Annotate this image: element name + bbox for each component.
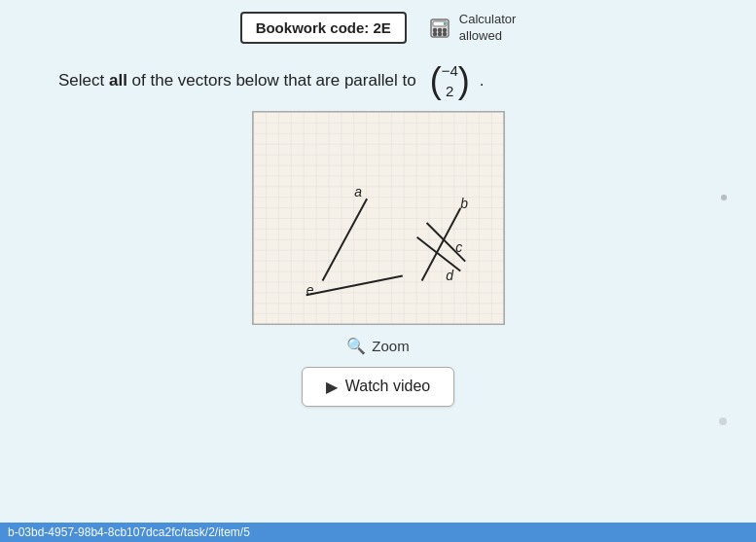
calculator-icon bbox=[426, 15, 453, 42]
watch-video-button[interactable]: ▶ Watch video bbox=[302, 367, 454, 407]
question-period: . bbox=[480, 68, 485, 93]
calculator-line1: Calculator bbox=[459, 12, 517, 28]
svg-text:c: c bbox=[455, 238, 462, 254]
graph-area: a b c d e 🔍 Zoom ▶ Watch video bbox=[0, 111, 756, 407]
vector-graph: a b c d e bbox=[253, 112, 504, 324]
right-paren: ) bbox=[458, 63, 470, 98]
svg-text:d: d bbox=[446, 268, 454, 283]
url-bar: b-03bd-4957-98b4-8cb107dca2fc/task/2/ite… bbox=[0, 523, 756, 542]
svg-point-4 bbox=[443, 28, 446, 31]
question-prefix: Select all of the vectors below that are… bbox=[58, 68, 416, 93]
svg-point-3 bbox=[438, 28, 441, 31]
vector-top-value: −4 bbox=[442, 60, 458, 81]
zoom-icon: 🔍 bbox=[346, 337, 366, 355]
dot-decoration-2 bbox=[719, 417, 727, 425]
vector-bottom-value: 2 bbox=[446, 81, 453, 101]
zoom-button[interactable]: 🔍 Zoom bbox=[339, 333, 416, 359]
question-text: Select all of the vectors below that are… bbox=[0, 56, 756, 111]
left-paren: ( bbox=[430, 63, 442, 98]
svg-text:b: b bbox=[460, 196, 468, 211]
video-icon: ▶ bbox=[326, 378, 338, 396]
svg-point-6 bbox=[438, 32, 441, 35]
matrix-values: −4 2 bbox=[442, 60, 458, 101]
svg-rect-8 bbox=[253, 112, 504, 324]
svg-text:a: a bbox=[354, 184, 362, 199]
bookwork-label: Bookwork code: 2E bbox=[256, 19, 391, 36]
target-vector: ( −4 2 ) bbox=[430, 60, 470, 101]
dot-decoration-1 bbox=[721, 195, 727, 200]
url-text: b-03bd-4957-98b4-8cb107dca2fc/task/2/ite… bbox=[8, 525, 250, 539]
top-bar: Bookwork code: 2E Calculator allowed bbox=[0, 0, 756, 56]
svg-text:e: e bbox=[306, 282, 313, 298]
zoom-label: Zoom bbox=[372, 338, 409, 354]
calculator-line2: allowed bbox=[459, 28, 517, 45]
grid-container: a b c d e bbox=[252, 111, 505, 325]
bookwork-badge: Bookwork code: 2E bbox=[240, 12, 407, 44]
watch-video-label: Watch video bbox=[345, 378, 430, 395]
calculator-badge: Calculator allowed bbox=[426, 12, 517, 45]
svg-point-5 bbox=[433, 32, 436, 35]
svg-point-2 bbox=[433, 28, 436, 31]
svg-point-7 bbox=[443, 32, 446, 35]
